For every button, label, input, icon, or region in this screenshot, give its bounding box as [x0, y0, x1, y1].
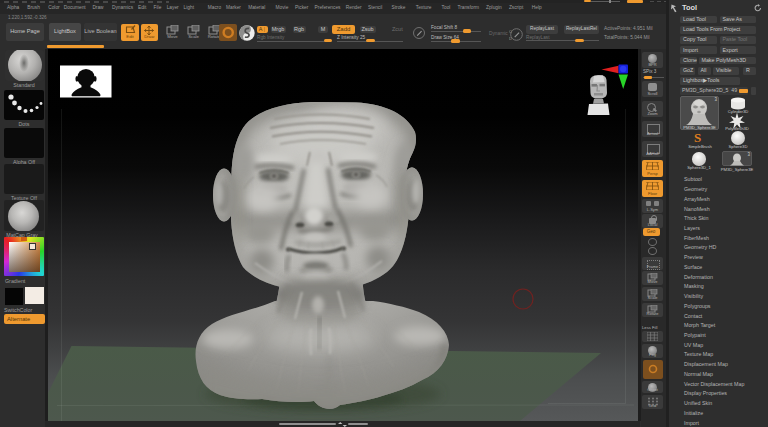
svg-text:C: C — [509, 29, 512, 34]
svg-text:D: D — [509, 36, 512, 41]
